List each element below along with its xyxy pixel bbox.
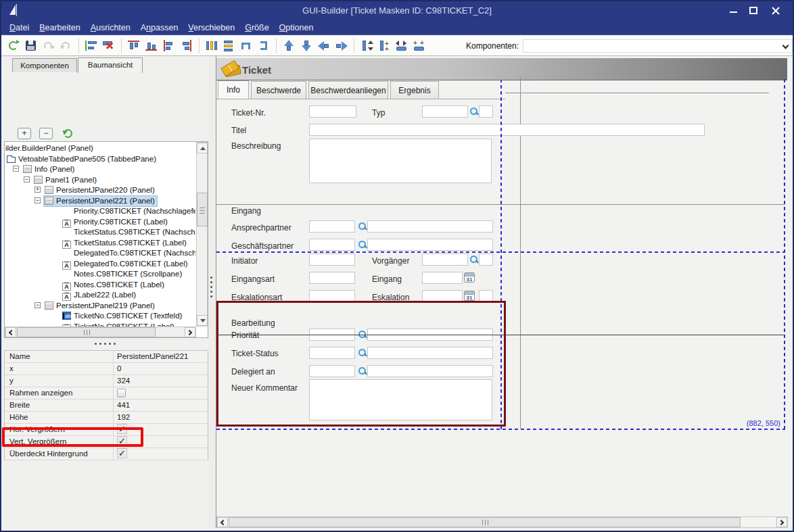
size-width-button[interactable] (394, 38, 410, 54)
lookup-icon[interactable] (358, 222, 367, 231)
komponenten-dropdown[interactable] (523, 39, 793, 53)
panel-splitter[interactable] (208, 56, 216, 528)
maximize-button[interactable] (745, 5, 763, 16)
scroll-left-button[interactable] (217, 517, 228, 527)
tree-item[interactable]: TicketStatus.C98TICKET (Label) (5, 238, 195, 248)
field-geschaeftspartner-name[interactable] (367, 239, 493, 251)
delete-component-button[interactable] (101, 38, 117, 54)
splitter-grip[interactable] (210, 276, 212, 297)
field-typ-extra[interactable] (479, 105, 493, 118)
move-down-button[interactable] (298, 38, 314, 54)
tree-refresh-button[interactable] (64, 129, 73, 139)
tree-item-content[interactable]: TicketNo.C98TICKET (Label) (62, 322, 177, 327)
tree-item[interactable]: JLabel222 (Label) (5, 290, 195, 300)
size-height-button[interactable] (358, 38, 375, 54)
property-value[interactable]: 324 (117, 377, 130, 385)
move-right-button[interactable] (333, 38, 350, 54)
distribute-vertical-button[interactable] (220, 38, 237, 54)
tree-item-content[interactable]: Priority.C98TICKET (Label) (62, 217, 170, 227)
tree-item-content[interactable]: VetoableTabbedPane505 (TabbedPane) (6, 154, 158, 164)
hscroll-thumb[interactable] (229, 517, 741, 527)
tree-item[interactable]: −Panel1 (Panel) (5, 175, 195, 185)
tree-item-content[interactable]: Notes.C98TICKET (Scrollpane) (73, 269, 184, 279)
expand-icon[interactable]: + (34, 187, 41, 193)
scroll-left-button[interactable] (5, 327, 16, 337)
move-left-button[interactable] (316, 38, 332, 54)
tree-item[interactable]: +PersistentJPanel220 (Panel) (5, 185, 195, 195)
menu-bearbeiten[interactable]: Bearbeiten (39, 23, 80, 32)
collapse-icon[interactable]: − (24, 176, 30, 183)
menu-ausrichten[interactable]: Ausrichten (91, 23, 131, 32)
lookup-icon[interactable] (470, 256, 479, 264)
tab-baumansicht[interactable]: Baumansicht (78, 57, 143, 73)
scroll-right-button[interactable] (776, 517, 787, 527)
tree-item[interactable]: −PersistentJPanel221 (Panel) (5, 196, 195, 206)
tree-item-content[interactable]: PersistentJPanel221 (Panel) (44, 196, 157, 206)
tree-item[interactable]: TicketStatus.C98TICKET (Nachschl (5, 227, 195, 237)
tree-hscrollbar[interactable] (5, 327, 196, 337)
tree-item-content[interactable]: TicketStatus.C98TICKET (Label) (62, 238, 189, 248)
checkbox-checked-icon[interactable]: ✓ (117, 448, 127, 458)
tree-item-content[interactable]: ilder.BuilderPanel (Panel) (5, 143, 95, 153)
scroll-right-button[interactable] (185, 327, 195, 337)
tree-vscrollbar[interactable] (196, 142, 208, 327)
tree-item-content[interactable]: Priority.C98TICKET (Nachschlagefe (73, 206, 195, 216)
tree-item-content[interactable]: JLabel222 (Label) (62, 290, 138, 300)
menu-optionen[interactable]: Optionen (279, 23, 314, 32)
menu-groesse[interactable]: Größe (245, 23, 268, 32)
hscroll-thumb[interactable] (17, 327, 156, 337)
tree-item[interactable]: VetoableTabbedPane505 (TabbedPane) (5, 154, 195, 164)
tab-komponenten[interactable]: Komponenten (12, 58, 77, 72)
lookup-icon[interactable] (358, 241, 367, 249)
tree-item[interactable]: Notes.C98TICKET (Scrollpane) (5, 269, 195, 279)
property-value[interactable]: 192 (117, 413, 130, 421)
splitter-grip[interactable] (95, 343, 116, 345)
field-eingang-datum[interactable] (422, 272, 463, 284)
align-bottom-button[interactable] (143, 38, 160, 54)
tree-item-content[interactable]: PersistentJPanel220 (Panel) (44, 185, 157, 195)
tree-item-content[interactable]: TicketStatus.C98TICKET (Nachschl (73, 227, 195, 237)
same-width-button[interactable] (238, 38, 254, 54)
tree-item[interactable]: −Info (Panel) (5, 164, 195, 174)
tree-item-content[interactable]: TicketNo.C98TICKET (Textfeld) (62, 311, 184, 321)
tab-beschwerde[interactable]: Beschwerde (251, 81, 306, 99)
scroll-up-button[interactable] (197, 143, 208, 153)
distribute-horizontal-button[interactable] (204, 38, 220, 54)
collapse-all-button[interactable]: − (39, 128, 53, 139)
size-width-alt-button[interactable]: ++ (411, 38, 427, 54)
minimize-button[interactable] (725, 5, 743, 16)
calendar-icon[interactable] (464, 291, 475, 301)
tree-item[interactable]: Priority.C98TICKET (Label) (5, 217, 195, 227)
field-ticket-nr[interactable] (309, 105, 356, 118)
field-vorgaenger[interactable] (422, 253, 468, 266)
field-vorgaenger-extra[interactable] (479, 253, 493, 266)
align-left-button[interactable] (161, 38, 177, 54)
field-ansprechpartner[interactable] (309, 220, 355, 233)
property-value[interactable]: PersistentJPanel221 (117, 352, 188, 360)
tab-info[interactable]: Info (218, 80, 249, 99)
field-eingangsart[interactable] (309, 272, 355, 284)
tree-item[interactable]: DelegatedTo.C98TICKET (Label) (5, 259, 195, 269)
tree-item[interactable]: Notes.C98TICKET (Label) (5, 280, 195, 290)
align-right-button[interactable] (179, 38, 195, 54)
move-up-button[interactable] (281, 38, 297, 54)
align-components-button[interactable] (83, 38, 99, 54)
collapse-icon[interactable]: − (34, 197, 41, 203)
collapse-icon[interactable]: − (34, 302, 41, 308)
tree-item-content[interactable]: DelegatedTo.C98TICKET (Label) (62, 259, 190, 269)
tree-item[interactable]: Priority.C98TICKET (Nachschlagefe (5, 206, 195, 216)
field-typ[interactable] (422, 105, 468, 118)
save-button[interactable] (23, 38, 39, 54)
undo-button[interactable] (58, 38, 74, 54)
tree-item-content[interactable]: DelegatedTo.C98TICKET (Nachsch (73, 248, 195, 258)
tree-item[interactable]: DelegatedTo.C98TICKET (Nachsch (5, 248, 195, 258)
checkbox-unchecked-icon[interactable] (117, 389, 126, 397)
tree-item-content[interactable]: Panel1 (Panel) (33, 175, 99, 185)
redo-button[interactable] (41, 38, 57, 54)
close-button[interactable] (767, 5, 785, 16)
align-top-button[interactable] (126, 38, 142, 54)
size-height-alt-button[interactable]: ++ (376, 38, 392, 54)
field-beschreibung[interactable] (309, 139, 492, 183)
tree-item-content[interactable]: PersistentJPanel219 (Panel) (44, 301, 157, 311)
lookup-icon[interactable] (470, 107, 479, 116)
